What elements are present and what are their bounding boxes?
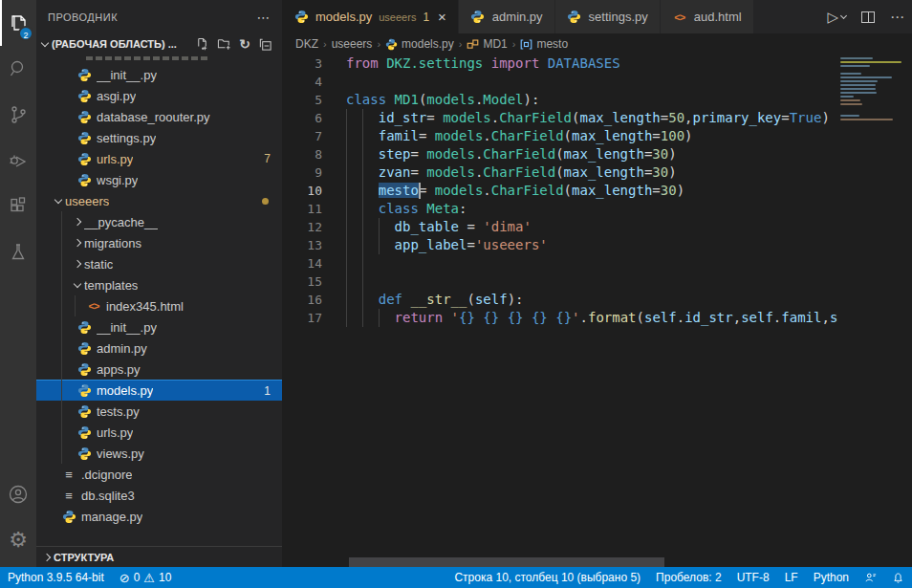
- line-number: 15: [282, 272, 322, 291]
- search-icon[interactable]: [0, 46, 36, 92]
- file-item-urls-py[interactable]: urls.py7: [36, 148, 282, 169]
- status-bar-right: Строка 10, столбец 10 (выбрано 5) Пробел…: [446, 567, 912, 588]
- explorer-badge: 2: [18, 26, 33, 41]
- encoding-item[interactable]: UTF-8: [729, 567, 777, 588]
- code-line-8: 8 step= models.CharField(max_length=30): [282, 145, 912, 163]
- tab-models-py[interactable]: models.py useeers 1 ×: [282, 0, 458, 33]
- explorer-more-actions-icon[interactable]: ⋯: [257, 10, 271, 25]
- line-text: mesto= models.CharField(max_length=30): [322, 182, 912, 200]
- collapse-all-icon[interactable]: [258, 37, 272, 52]
- settings-gear-icon[interactable]: ⚙: [0, 517, 36, 563]
- minimap[interactable]: [837, 54, 906, 557]
- breadcrumb-item-mesto[interactable]: mesto: [520, 37, 568, 51]
- file-item-db-sqlite3[interactable]: ≡db.sqlite3: [36, 485, 282, 506]
- tree-indent-guide: [61, 211, 62, 464]
- breadcrumb-item-models-py[interactable]: models.py: [385, 37, 454, 51]
- file-item-models-py[interactable]: models.py1: [36, 380, 282, 401]
- testing-icon[interactable]: [0, 229, 36, 275]
- folder-item--pycache-[interactable]: __pycache__: [36, 211, 282, 232]
- refresh-icon[interactable]: ↻: [239, 37, 250, 51]
- line-text: def __str__(self):: [322, 291, 912, 309]
- tab-bar: models.py useeers 1 × admin.py settings.…: [282, 0, 912, 33]
- new-file-icon[interactable]: [195, 37, 209, 52]
- line-number: 8: [282, 145, 322, 163]
- code-editor[interactable]: 3from DKZ.settings import DATABASES45cla…: [282, 54, 912, 557]
- file-label: static: [84, 257, 113, 272]
- folder-item-migrations[interactable]: migrations: [36, 232, 282, 253]
- python-interpreter-item[interactable]: Python 3.9.5 64-bit: [0, 567, 112, 588]
- indent-guide: [346, 272, 347, 291]
- feedback-item[interactable]: [857, 567, 884, 588]
- file-label: __init__.py: [97, 68, 157, 82]
- language-mode-item[interactable]: Python: [806, 567, 857, 588]
- cursor-position-item[interactable]: Строка 10, столбец 10 (выбрано 5): [446, 567, 648, 588]
- indent-guide: [362, 309, 363, 327]
- line-text: [322, 73, 912, 91]
- source-control-icon[interactable]: [0, 92, 36, 138]
- run-python-file-button[interactable]: ▷: [827, 9, 846, 26]
- line-text: [322, 272, 912, 291]
- tab-admin-py[interactable]: admin.py: [459, 0, 554, 33]
- workspace-section-header[interactable]: (РАБОЧАЯ ОБЛАСТЬ) ... ↻: [36, 33, 282, 54]
- indent-guide: [379, 218, 380, 236]
- breadcrumb-label: models.py: [402, 37, 454, 51]
- eol-item[interactable]: LF: [777, 567, 806, 588]
- activity-bar-bottom: ⚙: [0, 471, 36, 563]
- breadcrumb-item-md1[interactable]: MD1: [467, 37, 507, 51]
- file-label: index345.html: [106, 299, 184, 314]
- problems-item[interactable]: ⊘ 0 ⚠ 10: [112, 567, 180, 588]
- file-item--init-py[interactable]: __init__.py: [36, 64, 282, 85]
- file-item-wsgi-py[interactable]: wsgi.py: [36, 169, 282, 190]
- file-item-urls-py[interactable]: urls.py: [36, 422, 282, 443]
- partially-visible-item[interactable]: [36, 54, 282, 64]
- breadcrumb-label: useeers: [332, 37, 373, 51]
- account-icon[interactable]: [0, 471, 36, 517]
- run-debug-icon[interactable]: [0, 138, 36, 184]
- explorer-icon[interactable]: 2: [0, 0, 36, 46]
- file-item-admin-py[interactable]: admin.py: [36, 338, 282, 359]
- tab-aud-html[interactable]: <> aud.html: [661, 0, 753, 33]
- file-item-tests-py[interactable]: tests.py: [36, 401, 282, 422]
- file-item-asgi-py[interactable]: asgi.py: [36, 85, 282, 106]
- split-editor-icon[interactable]: [861, 11, 875, 23]
- close-icon[interactable]: ×: [438, 10, 446, 24]
- line-number: 13: [282, 236, 322, 254]
- file-item-manage-py[interactable]: manage.py: [36, 506, 282, 527]
- file-item-apps-py[interactable]: apps.py: [36, 359, 282, 380]
- eol-label: LF: [785, 571, 798, 584]
- folder-item-useeers[interactable]: useeers: [36, 190, 282, 211]
- new-folder-icon[interactable]: [217, 37, 231, 52]
- python-version-label: Python 3.9.5 64-bit: [8, 571, 104, 584]
- line-number: 5: [282, 91, 322, 109]
- indentation-item[interactable]: Пробелов: 2: [648, 567, 729, 588]
- breadcrumb-item-useeers[interactable]: useeers: [332, 37, 373, 51]
- indent-guide: [362, 291, 363, 309]
- indent-guide: [346, 309, 347, 327]
- extensions-icon[interactable]: [0, 184, 36, 229]
- file-label: urls.py: [97, 152, 133, 166]
- file-item-views-py[interactable]: views.py: [36, 443, 282, 464]
- breadcrumb-separator: ›: [323, 38, 327, 50]
- tab-settings-py[interactable]: settings.py: [555, 0, 660, 33]
- notifications-item[interactable]: [884, 567, 912, 588]
- breadcrumb-item-dkz[interactable]: DKZ: [295, 37, 318, 51]
- code-line-13: 13 app_label='useeers': [282, 236, 912, 254]
- indent-guide: [346, 254, 347, 272]
- file-item-database-roouter-py[interactable]: database_roouter.py: [36, 106, 282, 127]
- folder-item-templates[interactable]: templates: [36, 274, 282, 295]
- file-item--init-py[interactable]: __init__.py: [36, 316, 282, 338]
- file-item-index345-html[interactable]: <>index345.html: [36, 295, 282, 316]
- outline-section-header[interactable]: СТРУКТУРА: [36, 546, 282, 567]
- errors-icon: ⊘: [119, 572, 130, 584]
- horizontal-scrollbar[interactable]: [349, 557, 664, 567]
- tab-label: admin.py: [492, 10, 543, 24]
- minimap-line: [840, 61, 901, 63]
- minimap-line: [840, 119, 893, 120]
- indentation-label: Пробелов: 2: [656, 571, 722, 584]
- indent-guide: [362, 109, 363, 127]
- more-actions-icon[interactable]: ⋯: [890, 9, 904, 26]
- file-item-settings-py[interactable]: settings.py: [36, 127, 282, 148]
- folder-item-static[interactable]: static: [36, 253, 282, 274]
- indent-guide: [346, 182, 347, 200]
- file-item--dcignore[interactable]: ≡.dcignore: [36, 464, 282, 485]
